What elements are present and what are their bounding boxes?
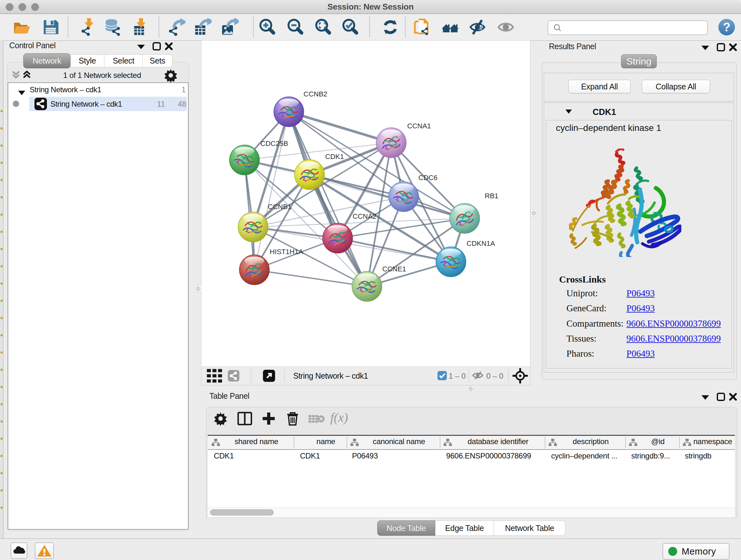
svg-text:CDKN1A: CDKN1A [467, 240, 495, 247]
svg-text:CDC25B: CDC25B [260, 139, 288, 147]
svg-text:CCNE1: CCNE1 [382, 265, 406, 273]
svg-text:CCNA1: CCNA1 [407, 122, 431, 130]
svg-text:CDC6: CDC6 [418, 174, 437, 182]
svg-text:CCNB2: CCNB2 [304, 90, 327, 98]
svg-text:RB1: RB1 [485, 192, 498, 200]
svg-text:CCNB1: CCNB1 [268, 203, 292, 211]
svg-text:CDK1: CDK1 [325, 152, 344, 161]
svg-text:HIST1H1A: HIST1H1A [270, 248, 303, 256]
svg-text:CCNA2: CCNA2 [353, 212, 377, 220]
